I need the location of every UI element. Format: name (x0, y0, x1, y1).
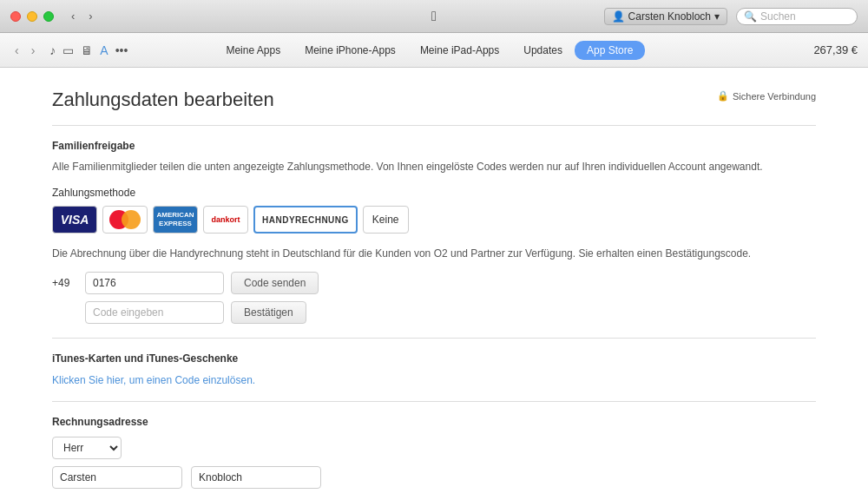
familienfreigabe-desc: Alle Familienmitglieder teilen die unten… (52, 159, 816, 174)
payment-mastercard[interactable] (102, 206, 148, 234)
tab-meine-apps[interactable]: Meine Apps (214, 40, 293, 61)
toolbar-icons: ♪ ▭ 🖥 A ••• (49, 43, 128, 57)
phone-input[interactable] (85, 272, 224, 294)
tab-meine-iphone-apps[interactable]: Meine iPhone-Apps (293, 40, 408, 61)
payment-keine[interactable]: Keine (363, 206, 409, 234)
first-name-input[interactable] (52, 466, 182, 489)
payment-amex[interactable]: AMERICANEXPRESS (153, 206, 198, 234)
secure-badge: 🔒 Sichere Verbindung (717, 90, 816, 102)
name-row (52, 466, 816, 489)
monitor-icon: 🖥 (81, 43, 93, 57)
user-icon: 👤 (612, 10, 625, 23)
anrede-select[interactable]: Herr Frau (52, 437, 122, 459)
back-nav-button[interactable]: ‹ (10, 42, 23, 59)
secure-text: Sichere Verbindung (733, 91, 816, 102)
divider-2 (52, 338, 816, 339)
apps-icon: A (100, 43, 108, 57)
zahlungsmethode-label: Zahlungsmethode (52, 187, 816, 199)
titlebar: ‹ ›  👤 Carsten Knobloch ▾ 🔍 Suchen (0, 0, 868, 33)
last-name-input[interactable] (191, 466, 321, 489)
page-title: Zahlungsdaten bearbeiten (52, 89, 816, 111)
balance-display: 267,39 € (813, 43, 858, 56)
code-row: Bestätigen (52, 301, 816, 324)
lock-icon: 🔒 (717, 90, 729, 102)
back-button[interactable]: ‹ (68, 8, 78, 24)
payment-methods: VISA AMERICANEXPRESS dankort HANDYRECHNU… (52, 206, 816, 234)
code-input[interactable] (85, 301, 224, 324)
rechnungsadresse-title: Rechnungsadresse (52, 416, 816, 428)
traffic-lights (10, 11, 54, 22)
user-name: Carsten Knobloch (628, 10, 711, 23)
toolbar: ‹ › ♪ ▭ 🖥 A ••• Meine Apps Meine iPhone-… (0, 33, 868, 68)
mastercard-logo (109, 210, 141, 229)
phone-row: +49 Code senden (52, 272, 816, 294)
apple-logo-icon:  (431, 9, 437, 24)
payment-visa[interactable]: VISA (52, 206, 97, 234)
forward-nav-button[interactable]: › (27, 42, 40, 59)
payment-handyrechnung[interactable]: HANDYRECHNUNG (253, 206, 358, 234)
familienfreigabe-title: Familienfreigabe (52, 140, 816, 152)
toolbar-nav: Meine Apps Meine iPhone-Apps Meine iPad-… (214, 40, 645, 61)
itunes-redeem-link[interactable]: Klicken Sie hier, um einen Code einzulös… (52, 374, 255, 386)
amex-label: AMERICANEXPRESS (156, 211, 194, 227)
tab-meine-ipad-apps[interactable]: Meine iPad-Apps (408, 40, 511, 61)
keine-label: Keine (372, 214, 399, 226)
code-senden-button[interactable]: Code senden (231, 272, 319, 294)
visa-label: VISA (61, 213, 89, 227)
display-icon: ▭ (62, 43, 74, 57)
close-button[interactable] (10, 11, 21, 22)
main-content: Zahlungsdaten bearbeiten 🔒 Sichere Verbi… (0, 68, 868, 500)
handyrechnung-desc: Die Abrechnung über die Handyrechnung st… (52, 246, 816, 261)
handyrechnung-label: HANDYRECHNUNG (262, 215, 349, 225)
itunes-section: iTunes-Karten und iTunes-Geschenke Klick… (52, 352, 816, 387)
music-icon: ♪ (49, 43, 56, 57)
bestaetigen-button[interactable]: Bestätigen (231, 301, 306, 324)
divider-3 (52, 401, 816, 402)
titlebar-right: 👤 Carsten Knobloch ▾ 🔍 Suchen (604, 8, 858, 25)
mc-right-circle (122, 210, 141, 229)
divider-1 (52, 125, 816, 126)
forward-button[interactable]: › (85, 8, 95, 24)
search-icon: 🔍 (744, 10, 757, 23)
country-code: +49 (52, 277, 78, 289)
more-icon[interactable]: ••• (115, 43, 128, 57)
chevron-down-icon: ▾ (714, 10, 720, 23)
dankort-label: dankort (211, 215, 240, 224)
user-badge[interactable]: 👤 Carsten Knobloch ▾ (604, 8, 727, 25)
minimize-button[interactable] (27, 11, 37, 22)
tab-app-store[interactable]: App Store (575, 41, 645, 60)
itunes-title: iTunes-Karten und iTunes-Geschenke (52, 352, 816, 365)
search-box[interactable]: 🔍 Suchen (736, 8, 858, 25)
search-placeholder: Suchen (760, 10, 796, 23)
maximize-button[interactable] (43, 11, 54, 22)
nav-controls: ‹ › (68, 8, 96, 24)
tab-updates[interactable]: Updates (511, 40, 575, 61)
payment-dankort[interactable]: dankort (203, 206, 248, 234)
